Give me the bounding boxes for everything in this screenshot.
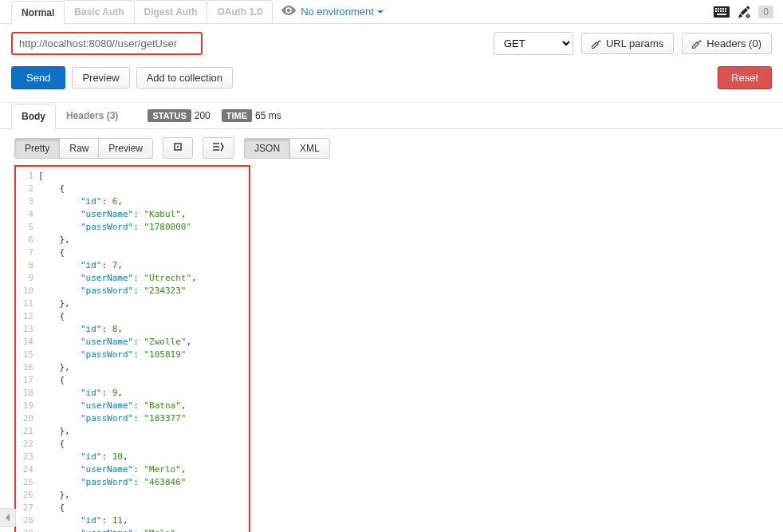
svg-rect-7 <box>718 10 719 12</box>
svg-rect-6 <box>715 10 717 12</box>
url-params-button[interactable]: URL params <box>581 33 674 54</box>
svg-rect-8 <box>720 10 722 12</box>
view-raw-button[interactable]: Raw <box>60 138 99 159</box>
format-xml-button[interactable]: XML <box>290 138 330 159</box>
status-code: 200 <box>195 110 211 121</box>
copy-response-button[interactable] <box>163 137 193 159</box>
headers-button[interactable]: Headers (0) <box>682 33 772 54</box>
http-method-select[interactable]: GET <box>494 32 573 55</box>
response-tab-headers[interactable]: Headers (3) <box>56 103 128 128</box>
eye-icon[interactable] <box>281 6 296 18</box>
send-button[interactable]: Send <box>11 66 65 89</box>
svg-rect-1 <box>715 8 717 10</box>
response-tab-body[interactable]: Body <box>11 104 56 129</box>
auth-tab-normal[interactable]: Normal <box>11 1 65 24</box>
time-label: TIME <box>222 109 252 122</box>
wrap-icon <box>213 142 224 152</box>
chevron-left-icon <box>5 514 11 522</box>
settings-icon[interactable] <box>738 6 750 18</box>
svg-rect-11 <box>717 14 726 15</box>
add-to-collection-button[interactable]: Add to collection <box>136 67 233 89</box>
svg-rect-9 <box>722 10 724 12</box>
svg-rect-5 <box>725 8 726 10</box>
environment-label: No environment <box>301 6 374 18</box>
auth-tab-oauth[interactable]: OAuth 1.0 <box>207 0 273 23</box>
view-pretty-button[interactable]: Pretty <box>14 138 60 159</box>
notification-count[interactable]: 0 <box>758 6 773 18</box>
headers-button-label: Headers (0) <box>706 37 761 49</box>
expand-sidebar-button[interactable] <box>0 508 16 527</box>
svg-rect-2 <box>718 8 719 10</box>
svg-rect-10 <box>725 10 726 12</box>
preview-button[interactable]: Preview <box>72 67 129 89</box>
format-json-button[interactable]: JSON <box>244 138 290 159</box>
keyboard-icon[interactable] <box>714 6 730 18</box>
svg-rect-3 <box>720 8 722 10</box>
reset-button[interactable]: Reset <box>718 66 772 89</box>
auth-tab-basic[interactable]: Basic Auth <box>64 0 134 23</box>
url-params-label: URL params <box>606 37 663 49</box>
svg-rect-13 <box>177 146 179 148</box>
copy-icon <box>173 142 183 152</box>
status-label: STATUS <box>148 109 191 122</box>
time-value: 65 ms <box>255 110 281 121</box>
caret-down-icon <box>377 10 384 14</box>
svg-rect-4 <box>722 8 724 10</box>
url-input[interactable] <box>11 32 203 55</box>
toggle-wrap-button[interactable] <box>203 137 234 159</box>
auth-tab-digest[interactable]: Digest Auth <box>134 0 208 23</box>
response-body[interactable]: 1[2 {3 "id": 6,4 "userName": "Kabul",5 "… <box>14 165 250 532</box>
view-preview-button[interactable]: Preview <box>99 138 153 159</box>
environment-selector[interactable]: No environment <box>301 6 384 18</box>
